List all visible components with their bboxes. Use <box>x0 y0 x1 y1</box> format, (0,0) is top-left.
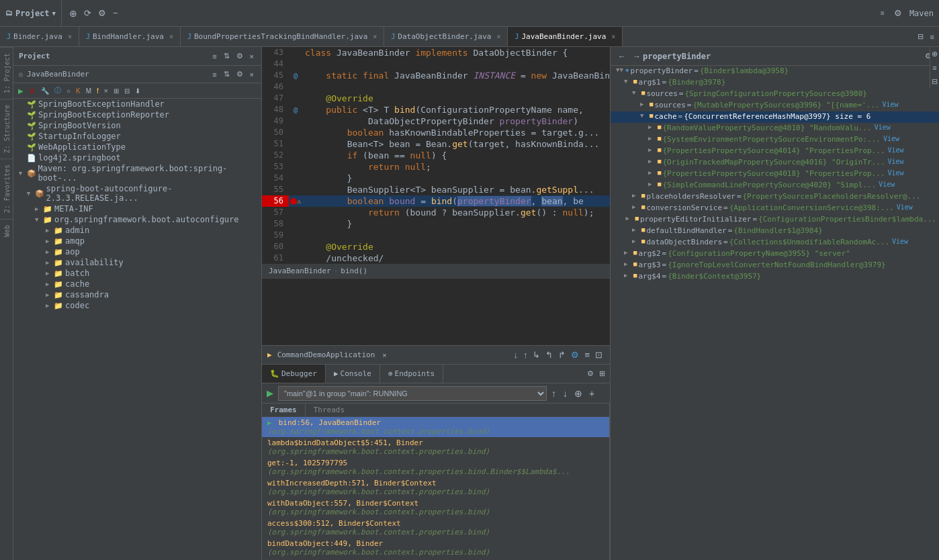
tree-item-amqp[interactable]: ▶ 📁 amqp <box>13 236 261 246</box>
tree-item-availability[interactable]: ▶ 📁 availability <box>13 257 261 268</box>
struct-tool-8[interactable]: f <box>95 86 101 96</box>
web-tab[interactable]: Web <box>0 219 13 242</box>
tree-item-springbootexceptionreporter[interactable]: 🌱 SpringBootExceptionReporter <box>13 109 261 120</box>
tree-item-cassandra[interactable]: ▶ 📁 cassandra <box>13 289 261 300</box>
sidebar-gear-icon[interactable]: ⚙ <box>234 50 245 62</box>
tree-item-cache[interactable]: ▶ 📁 cache <box>13 279 261 289</box>
debug-close-icon[interactable]: × <box>380 350 388 361</box>
tab-bindhandler[interactable]: J BindHandler.java × <box>79 27 181 46</box>
frame-item-2[interactable]: get:-1, 1025797795 (org.springframework.… <box>262 457 609 477</box>
sync-icon[interactable]: ⟳ <box>82 7 93 19</box>
debug-tool-3[interactable]: ↳ <box>531 348 542 361</box>
minimize-icon[interactable]: − <box>111 7 120 19</box>
frame-item-6[interactable]: bindDataObject:449, Binder (org.springfr… <box>262 538 609 558</box>
struct-tool-1[interactable]: ▶ <box>16 86 26 96</box>
tab-dataobjectbinder[interactable]: J DataObjectBinder.java × <box>384 27 508 46</box>
struct-tool-6[interactable]: K <box>74 86 83 96</box>
frame-item-4[interactable]: withDataObject:557, Binder$Context (org.… <box>262 498 609 518</box>
structure-tab[interactable]: Z: Structure <box>0 99 13 158</box>
struct-tool-11[interactable]: ⊟ <box>122 86 132 96</box>
struct-tool-2[interactable]: ⏸ <box>27 86 38 96</box>
debug-tool-6[interactable]: ⚙ <box>569 348 581 361</box>
tab-javabeanbinder[interactable]: J JavaBeanBinder.java × <box>508 27 623 46</box>
project-title[interactable]: 🗂 Project ▼ <box>0 0 62 26</box>
frames-tab[interactable]: Frames <box>262 404 306 416</box>
close-icon[interactable]: × <box>169 33 173 40</box>
tree-item-autoconfigure[interactable]: ▼ 📁 org.springframework.boot.autoconfigu… <box>13 214 261 225</box>
tab-binder[interactable]: J Binder.java × <box>0 27 79 46</box>
tree-item-maven[interactable]: ▼ 📦 Maven: org.springframework.boot:spri… <box>13 163 261 183</box>
view-link[interactable]: View <box>883 135 899 142</box>
debug-settings-icon[interactable]: ⚙ <box>585 368 596 379</box>
tree-item-springbootversion[interactable]: 🌱 SpringBootVersion <box>13 120 261 131</box>
favorites-tab[interactable]: 2: Favorites <box>0 158 13 218</box>
view-link[interactable]: View <box>883 101 899 108</box>
right-edge-btn-3[interactable]: ⊟ <box>930 75 939 89</box>
struct-tool-9[interactable]: × <box>102 86 110 96</box>
project-tab[interactable]: 1: Project <box>0 47 13 99</box>
sidebar-layout-icon[interactable]: ⇅ <box>222 50 232 62</box>
struct-tool-4[interactable]: ⓘ <box>52 85 63 97</box>
split-icon[interactable]: ⊟ <box>915 31 926 42</box>
struct-tool-12[interactable]: ⬇ <box>133 86 142 96</box>
tab-endpoints[interactable]: ⊕ Endpoints <box>380 365 443 383</box>
code-editor[interactable]: 43 class JavaBeanBinder implements DataO… <box>262 47 610 345</box>
struct-tool-10[interactable]: ⊞ <box>111 86 121 96</box>
right-panel-back-icon[interactable]: ← <box>616 50 628 62</box>
debug-tool-5[interactable]: ↱ <box>556 348 568 361</box>
thread-add-icon[interactable]: + <box>587 388 596 399</box>
close-icon[interactable]: × <box>496 33 500 40</box>
tab-debugger[interactable]: 🐛 Debugger <box>262 365 326 383</box>
view-icon[interactable]: ≡ <box>928 32 936 42</box>
tree-item-metainf[interactable]: ▶ 📁 META-INF <box>13 203 261 214</box>
debug-tool-8[interactable]: ⊡ <box>593 348 605 361</box>
debug-tool-4[interactable]: ↰ <box>543 348 555 361</box>
structure-sort-icon[interactable]: ⇅ <box>222 68 232 80</box>
view-link[interactable]: View <box>892 238 908 245</box>
thread-up-icon[interactable]: ↑ <box>549 388 558 399</box>
tab-boundprops[interactable]: J BoundPropertiesTrackingBindHandler.jav… <box>181 27 384 46</box>
view-link[interactable]: View <box>879 181 895 188</box>
view-link[interactable]: View <box>888 146 904 154</box>
tree-item-admin[interactable]: ▶ 📁 admin <box>13 225 261 236</box>
maven-settings-icon[interactable]: ⚙ <box>892 7 904 19</box>
frame-item-1[interactable]: lambda$bindDataObject$5:451, Binder (org… <box>262 437 609 457</box>
tree-item-startupinfologger[interactable]: 🌱 StartupInfoLogger <box>13 131 261 142</box>
tree-item-springbootexception[interactable]: 🌱 SpringBootExceptionHandler <box>13 99 261 109</box>
tree-item-codec[interactable]: ▶ 📁 codec <box>13 300 261 311</box>
tree-item-batch[interactable]: ▶ 📁 batch <box>13 268 261 279</box>
tab-console[interactable]: ▶ Console <box>326 365 380 383</box>
struct-tool-3[interactable]: 🔧 <box>39 86 51 96</box>
struct-tool-7[interactable]: M <box>84 86 93 96</box>
threads-tab[interactable]: Threads <box>306 404 353 416</box>
close-icon[interactable]: × <box>373 33 377 40</box>
view-link[interactable]: View <box>897 203 913 211</box>
close-icon[interactable]: × <box>68 33 72 40</box>
view-link[interactable]: View <box>888 169 904 177</box>
close-icon[interactable]: × <box>611 33 615 40</box>
frame-item-3[interactable]: withIncreasedDepth:571, Binder$Context (… <box>262 477 609 498</box>
right-edge-btn-2[interactable]: ≡ <box>930 61 939 75</box>
debug-tool-2[interactable]: ↑ <box>521 348 530 361</box>
struct-tool-5[interactable]: ○ <box>64 86 73 96</box>
debug-tool-7[interactable]: ≡ <box>582 348 592 361</box>
frame-item-5[interactable]: access$300:512, Binder$Context (org.spri… <box>262 518 609 538</box>
thread-down-icon[interactable]: ↓ <box>561 388 570 399</box>
right-panel-forward-icon[interactable]: → <box>631 50 643 62</box>
maven-icon[interactable]: ≡ <box>879 8 887 18</box>
tree-item-log4j2[interactable]: 📄 log4j2.springboot <box>13 152 261 163</box>
right-edge-btn-1[interactable]: ⊕ <box>930 47 939 61</box>
structure-settings-icon[interactable]: ≡ <box>210 69 218 80</box>
tree-item-webapptype[interactable]: 🌱 WebApplicationType <box>13 142 261 152</box>
view-link[interactable]: View <box>875 124 891 131</box>
sidebar-settings-icon[interactable]: ≡ <box>210 50 218 62</box>
navigate-icon[interactable]: ⊕ <box>67 7 79 20</box>
settings-icon[interactable]: ⚙ <box>96 7 108 19</box>
structure-gear-icon[interactable]: ⚙ <box>234 68 245 80</box>
view-link[interactable]: View <box>888 158 904 165</box>
frame-item-0[interactable]: ▶ bind:56, JavaBeanBinder (org.springfra… <box>262 417 609 437</box>
structure-close-icon[interactable]: × <box>248 69 256 80</box>
tree-item-aop[interactable]: ▶ 📁 aop <box>13 246 261 257</box>
sidebar-close-icon[interactable]: × <box>248 50 256 62</box>
debug-tool-1[interactable]: ↓ <box>511 348 520 361</box>
